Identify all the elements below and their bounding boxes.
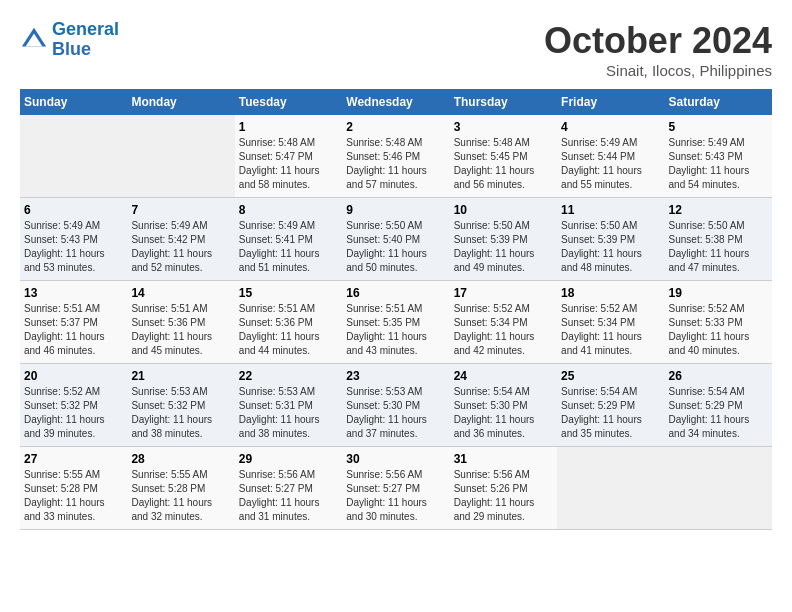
page-header: General Blue October 2024 Sinait, Ilocos…	[20, 20, 772, 79]
weekday-header: Saturday	[665, 89, 772, 115]
calendar-cell: 3Sunrise: 5:48 AM Sunset: 5:45 PM Daylig…	[450, 115, 557, 198]
day-info: Sunrise: 5:56 AM Sunset: 5:27 PM Dayligh…	[239, 468, 338, 524]
day-info: Sunrise: 5:53 AM Sunset: 5:30 PM Dayligh…	[346, 385, 445, 441]
calendar-cell: 20Sunrise: 5:52 AM Sunset: 5:32 PM Dayli…	[20, 364, 127, 447]
day-number: 26	[669, 369, 768, 383]
calendar-week-row: 20Sunrise: 5:52 AM Sunset: 5:32 PM Dayli…	[20, 364, 772, 447]
calendar-cell: 16Sunrise: 5:51 AM Sunset: 5:35 PM Dayli…	[342, 281, 449, 364]
calendar-cell: 8Sunrise: 5:49 AM Sunset: 5:41 PM Daylig…	[235, 198, 342, 281]
day-info: Sunrise: 5:51 AM Sunset: 5:35 PM Dayligh…	[346, 302, 445, 358]
day-info: Sunrise: 5:55 AM Sunset: 5:28 PM Dayligh…	[131, 468, 230, 524]
day-number: 9	[346, 203, 445, 217]
calendar-cell: 27Sunrise: 5:55 AM Sunset: 5:28 PM Dayli…	[20, 447, 127, 530]
calendar-cell: 5Sunrise: 5:49 AM Sunset: 5:43 PM Daylig…	[665, 115, 772, 198]
calendar-cell	[557, 447, 664, 530]
day-number: 19	[669, 286, 768, 300]
calendar-cell: 29Sunrise: 5:56 AM Sunset: 5:27 PM Dayli…	[235, 447, 342, 530]
calendar-cell: 11Sunrise: 5:50 AM Sunset: 5:39 PM Dayli…	[557, 198, 664, 281]
calendar-cell: 22Sunrise: 5:53 AM Sunset: 5:31 PM Dayli…	[235, 364, 342, 447]
location-subtitle: Sinait, Ilocos, Philippines	[544, 62, 772, 79]
day-info: Sunrise: 5:49 AM Sunset: 5:42 PM Dayligh…	[131, 219, 230, 275]
calendar-week-row: 27Sunrise: 5:55 AM Sunset: 5:28 PM Dayli…	[20, 447, 772, 530]
day-info: Sunrise: 5:48 AM Sunset: 5:46 PM Dayligh…	[346, 136, 445, 192]
day-number: 20	[24, 369, 123, 383]
calendar-cell: 21Sunrise: 5:53 AM Sunset: 5:32 PM Dayli…	[127, 364, 234, 447]
calendar-cell: 12Sunrise: 5:50 AM Sunset: 5:38 PM Dayli…	[665, 198, 772, 281]
day-info: Sunrise: 5:54 AM Sunset: 5:30 PM Dayligh…	[454, 385, 553, 441]
calendar-cell: 25Sunrise: 5:54 AM Sunset: 5:29 PM Dayli…	[557, 364, 664, 447]
weekday-header: Monday	[127, 89, 234, 115]
day-info: Sunrise: 5:56 AM Sunset: 5:27 PM Dayligh…	[346, 468, 445, 524]
calendar-cell: 24Sunrise: 5:54 AM Sunset: 5:30 PM Dayli…	[450, 364, 557, 447]
day-info: Sunrise: 5:50 AM Sunset: 5:39 PM Dayligh…	[561, 219, 660, 275]
calendar-cell: 17Sunrise: 5:52 AM Sunset: 5:34 PM Dayli…	[450, 281, 557, 364]
logo: General Blue	[20, 20, 119, 60]
day-number: 2	[346, 120, 445, 134]
day-number: 7	[131, 203, 230, 217]
calendar-cell: 31Sunrise: 5:56 AM Sunset: 5:26 PM Dayli…	[450, 447, 557, 530]
calendar-cell: 7Sunrise: 5:49 AM Sunset: 5:42 PM Daylig…	[127, 198, 234, 281]
calendar-cell	[665, 447, 772, 530]
day-number: 24	[454, 369, 553, 383]
calendar-week-row: 6Sunrise: 5:49 AM Sunset: 5:43 PM Daylig…	[20, 198, 772, 281]
calendar-cell: 9Sunrise: 5:50 AM Sunset: 5:40 PM Daylig…	[342, 198, 449, 281]
day-info: Sunrise: 5:54 AM Sunset: 5:29 PM Dayligh…	[561, 385, 660, 441]
day-info: Sunrise: 5:51 AM Sunset: 5:36 PM Dayligh…	[131, 302, 230, 358]
day-info: Sunrise: 5:48 AM Sunset: 5:45 PM Dayligh…	[454, 136, 553, 192]
day-number: 28	[131, 452, 230, 466]
calendar-cell: 4Sunrise: 5:49 AM Sunset: 5:44 PM Daylig…	[557, 115, 664, 198]
calendar-cell: 26Sunrise: 5:54 AM Sunset: 5:29 PM Dayli…	[665, 364, 772, 447]
day-info: Sunrise: 5:49 AM Sunset: 5:41 PM Dayligh…	[239, 219, 338, 275]
day-info: Sunrise: 5:49 AM Sunset: 5:43 PM Dayligh…	[669, 136, 768, 192]
calendar-cell	[127, 115, 234, 198]
day-info: Sunrise: 5:51 AM Sunset: 5:37 PM Dayligh…	[24, 302, 123, 358]
day-number: 15	[239, 286, 338, 300]
calendar-cell: 19Sunrise: 5:52 AM Sunset: 5:33 PM Dayli…	[665, 281, 772, 364]
calendar-cell: 1Sunrise: 5:48 AM Sunset: 5:47 PM Daylig…	[235, 115, 342, 198]
weekday-header: Wednesday	[342, 89, 449, 115]
day-info: Sunrise: 5:52 AM Sunset: 5:33 PM Dayligh…	[669, 302, 768, 358]
calendar-cell: 2Sunrise: 5:48 AM Sunset: 5:46 PM Daylig…	[342, 115, 449, 198]
day-number: 5	[669, 120, 768, 134]
day-info: Sunrise: 5:51 AM Sunset: 5:36 PM Dayligh…	[239, 302, 338, 358]
day-info: Sunrise: 5:56 AM Sunset: 5:26 PM Dayligh…	[454, 468, 553, 524]
day-info: Sunrise: 5:55 AM Sunset: 5:28 PM Dayligh…	[24, 468, 123, 524]
weekday-header: Thursday	[450, 89, 557, 115]
day-info: Sunrise: 5:50 AM Sunset: 5:40 PM Dayligh…	[346, 219, 445, 275]
day-number: 6	[24, 203, 123, 217]
day-number: 12	[669, 203, 768, 217]
day-info: Sunrise: 5:53 AM Sunset: 5:32 PM Dayligh…	[131, 385, 230, 441]
calendar-cell: 18Sunrise: 5:52 AM Sunset: 5:34 PM Dayli…	[557, 281, 664, 364]
day-number: 10	[454, 203, 553, 217]
calendar-cell: 28Sunrise: 5:55 AM Sunset: 5:28 PM Dayli…	[127, 447, 234, 530]
calendar-week-row: 1Sunrise: 5:48 AM Sunset: 5:47 PM Daylig…	[20, 115, 772, 198]
day-info: Sunrise: 5:50 AM Sunset: 5:39 PM Dayligh…	[454, 219, 553, 275]
month-title: October 2024	[544, 20, 772, 62]
day-info: Sunrise: 5:50 AM Sunset: 5:38 PM Dayligh…	[669, 219, 768, 275]
day-number: 27	[24, 452, 123, 466]
day-number: 13	[24, 286, 123, 300]
day-number: 23	[346, 369, 445, 383]
logo-icon	[20, 26, 48, 54]
calendar-cell: 13Sunrise: 5:51 AM Sunset: 5:37 PM Dayli…	[20, 281, 127, 364]
day-number: 21	[131, 369, 230, 383]
title-block: October 2024 Sinait, Ilocos, Philippines	[544, 20, 772, 79]
calendar-cell: 14Sunrise: 5:51 AM Sunset: 5:36 PM Dayli…	[127, 281, 234, 364]
calendar-cell	[20, 115, 127, 198]
logo-text: General Blue	[52, 20, 119, 60]
day-info: Sunrise: 5:49 AM Sunset: 5:44 PM Dayligh…	[561, 136, 660, 192]
day-info: Sunrise: 5:52 AM Sunset: 5:34 PM Dayligh…	[561, 302, 660, 358]
day-info: Sunrise: 5:52 AM Sunset: 5:32 PM Dayligh…	[24, 385, 123, 441]
calendar-cell: 10Sunrise: 5:50 AM Sunset: 5:39 PM Dayli…	[450, 198, 557, 281]
calendar-table: SundayMondayTuesdayWednesdayThursdayFrid…	[20, 89, 772, 530]
calendar-cell: 23Sunrise: 5:53 AM Sunset: 5:30 PM Dayli…	[342, 364, 449, 447]
day-number: 17	[454, 286, 553, 300]
calendar-cell: 15Sunrise: 5:51 AM Sunset: 5:36 PM Dayli…	[235, 281, 342, 364]
day-number: 11	[561, 203, 660, 217]
day-number: 30	[346, 452, 445, 466]
day-number: 16	[346, 286, 445, 300]
day-info: Sunrise: 5:53 AM Sunset: 5:31 PM Dayligh…	[239, 385, 338, 441]
day-info: Sunrise: 5:48 AM Sunset: 5:47 PM Dayligh…	[239, 136, 338, 192]
weekday-header: Friday	[557, 89, 664, 115]
day-number: 3	[454, 120, 553, 134]
